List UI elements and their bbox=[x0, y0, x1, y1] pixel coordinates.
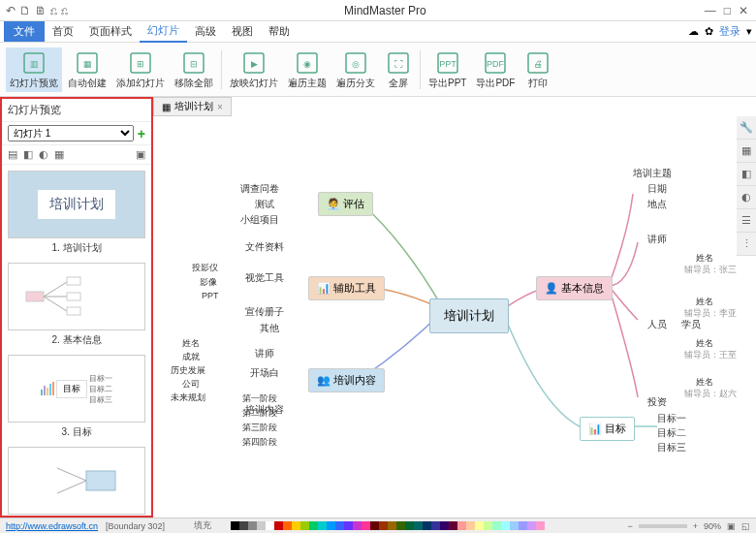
slide-thumb[interactable]: 2. 基本信息 bbox=[8, 263, 145, 347]
color-swatch[interactable] bbox=[388, 521, 396, 530]
node-text[interactable]: PPT bbox=[202, 291, 219, 300]
tool-button[interactable]: ☰ bbox=[737, 209, 756, 233]
color-swatch[interactable] bbox=[414, 521, 423, 530]
color-swatch[interactable] bbox=[466, 521, 475, 530]
node-text[interactable]: 目标三 bbox=[657, 441, 686, 455]
canvas[interactable]: ▦ 培训计划 × 培训计划 🧑‍💼 评估 调查问卷 测试 小组项目 bbox=[153, 97, 756, 517]
ribbon-导出PPT[interactable]: PPT导出PPT bbox=[425, 47, 470, 92]
cloud-icon[interactable]: ☁ bbox=[688, 25, 699, 38]
tool-icon[interactable]: ◧ bbox=[23, 148, 33, 161]
ribbon-放映幻灯片[interactable]: ▶放映幻灯片 bbox=[226, 47, 282, 92]
zoom-in[interactable]: + bbox=[693, 521, 698, 531]
ribbon-添加幻灯片[interactable]: ⊞添加幻灯片 bbox=[112, 47, 169, 92]
node-text[interactable]: 开场白 bbox=[250, 366, 279, 380]
tool-button[interactable]: ◧ bbox=[737, 163, 756, 186]
node-text[interactable]: 第四阶段 bbox=[242, 436, 277, 449]
node-text[interactable]: 宣传册子 bbox=[245, 305, 284, 319]
color-swatch[interactable] bbox=[396, 521, 405, 530]
status-url[interactable]: http://www.edrawsoft.cn bbox=[6, 521, 98, 531]
color-swatch[interactable] bbox=[510, 521, 519, 530]
node-text[interactable]: 目标一 bbox=[657, 412, 686, 425]
tool-button[interactable]: ◐ bbox=[737, 186, 756, 209]
node-text[interactable]: 培训主题 bbox=[633, 167, 672, 180]
node-text[interactable]: 公司 bbox=[182, 378, 200, 391]
color-swatch[interactable] bbox=[327, 521, 335, 530]
zoom-slider[interactable] bbox=[639, 524, 687, 528]
node-text[interactable]: 讲师 bbox=[255, 347, 274, 361]
node-text[interactable]: 小组项目 bbox=[240, 213, 279, 227]
zoom-out[interactable]: − bbox=[627, 521, 632, 531]
menu-tab-home[interactable]: 首页 bbox=[45, 21, 81, 42]
node-text[interactable]: 未来规划 bbox=[171, 392, 205, 404]
file-menu[interactable]: 文件 bbox=[4, 21, 45, 42]
center-node[interactable]: 培训计划 bbox=[429, 298, 509, 333]
ribbon-自动创建[interactable]: ▦自动创建 bbox=[64, 47, 110, 92]
menu-tab-help[interactable]: 帮助 bbox=[261, 21, 298, 42]
menu-tab-view[interactable]: 视图 bbox=[224, 21, 261, 42]
node-text[interactable]: 其他 bbox=[260, 322, 279, 335]
color-swatch[interactable] bbox=[431, 521, 440, 530]
ribbon-幻灯片预览[interactable]: ▥幻灯片预览 bbox=[6, 47, 62, 92]
color-swatch[interactable] bbox=[370, 521, 379, 530]
color-swatch[interactable] bbox=[266, 521, 274, 530]
menu-tab-style[interactable]: 页面样式 bbox=[81, 21, 140, 42]
color-swatch[interactable] bbox=[353, 521, 362, 530]
view-button[interactable]: ▣ bbox=[727, 521, 736, 531]
menu-tab-advanced[interactable]: 高级 bbox=[187, 21, 224, 42]
ribbon-导出PDF[interactable]: PDF导出PDF bbox=[472, 47, 519, 92]
minimize-button[interactable]: — bbox=[705, 4, 716, 17]
color-swatch[interactable] bbox=[440, 521, 449, 530]
tool-icon[interactable]: ▣ bbox=[136, 148, 145, 161]
tool-icon[interactable]: ▦ bbox=[54, 148, 64, 161]
menu-tab-slides[interactable]: 幻灯片 bbox=[140, 20, 187, 43]
close-tab-icon[interactable]: × bbox=[217, 102, 223, 112]
node-text[interactable]: 投资 bbox=[647, 395, 667, 409]
color-swatch[interactable] bbox=[292, 521, 300, 530]
slide-selector[interactable]: 幻灯片 1 bbox=[8, 125, 134, 141]
dropdown-icon[interactable]: ▾ bbox=[746, 25, 752, 38]
quickbar-btn[interactable]: 🗋 bbox=[19, 4, 31, 17]
node-text[interactable]: 目标二 bbox=[657, 426, 686, 440]
color-swatch[interactable] bbox=[257, 521, 266, 530]
star-icon[interactable]: ✿ bbox=[705, 25, 713, 38]
color-swatch[interactable] bbox=[248, 521, 257, 530]
quickbar-btn[interactable]: 🗎 bbox=[35, 4, 47, 17]
node-text[interactable]: 投影仪 bbox=[192, 262, 218, 274]
color-swatch[interactable] bbox=[475, 521, 484, 530]
node-text[interactable]: 地点 bbox=[647, 198, 667, 211]
color-swatch[interactable] bbox=[536, 521, 545, 530]
node-text[interactable]: 姓名 bbox=[182, 337, 200, 350]
color-swatch[interactable] bbox=[423, 521, 431, 530]
node-text[interactable]: 影像 bbox=[200, 276, 217, 289]
color-swatch[interactable] bbox=[335, 521, 344, 530]
color-swatch[interactable] bbox=[344, 521, 353, 530]
tool-button[interactable]: ⋮ bbox=[737, 233, 756, 256]
ribbon-打印[interactable]: 🖨打印 bbox=[520, 47, 555, 92]
color-swatch[interactable] bbox=[449, 521, 457, 530]
node-content[interactable]: 👥 培训内容 bbox=[308, 368, 385, 392]
node-text[interactable]: 辅导员：王至 bbox=[684, 349, 737, 361]
tool-icon[interactable]: ▤ bbox=[8, 148, 17, 161]
node-eval[interactable]: 🧑‍💼 评估 bbox=[318, 192, 373, 216]
node-text[interactable]: 成就 bbox=[182, 351, 200, 363]
node-text[interactable]: 辅导员：赵六 bbox=[684, 388, 737, 400]
node-text[interactable]: 辅导员：张三 bbox=[684, 264, 737, 276]
color-swatch[interactable] bbox=[519, 521, 527, 530]
color-swatch[interactable] bbox=[527, 521, 536, 530]
color-swatch[interactable] bbox=[300, 521, 309, 530]
slide-thumb[interactable]: 培训计划 1. 培训计划 bbox=[8, 171, 145, 255]
quickbar-btn[interactable]: ⎌ bbox=[50, 4, 57, 17]
node-text[interactable]: 文件资料 bbox=[245, 240, 284, 254]
tool-button[interactable]: ▦ bbox=[737, 140, 756, 163]
color-swatch[interactable] bbox=[362, 521, 370, 530]
node-text[interactable]: 讲师 bbox=[647, 233, 667, 246]
view-button[interactable]: ◱ bbox=[741, 521, 750, 531]
color-swatch[interactable] bbox=[283, 521, 292, 530]
node-text[interactable]: 第一阶段 bbox=[242, 392, 277, 405]
node-text[interactable]: 第二阶段 bbox=[242, 407, 277, 420]
color-swatch[interactable] bbox=[274, 521, 283, 530]
color-palette[interactable] bbox=[231, 521, 545, 530]
login-link[interactable]: 登录 bbox=[719, 24, 740, 39]
node-text[interactable]: 测试 bbox=[255, 198, 274, 211]
quickbar-btn[interactable]: ⎌ bbox=[61, 4, 68, 17]
